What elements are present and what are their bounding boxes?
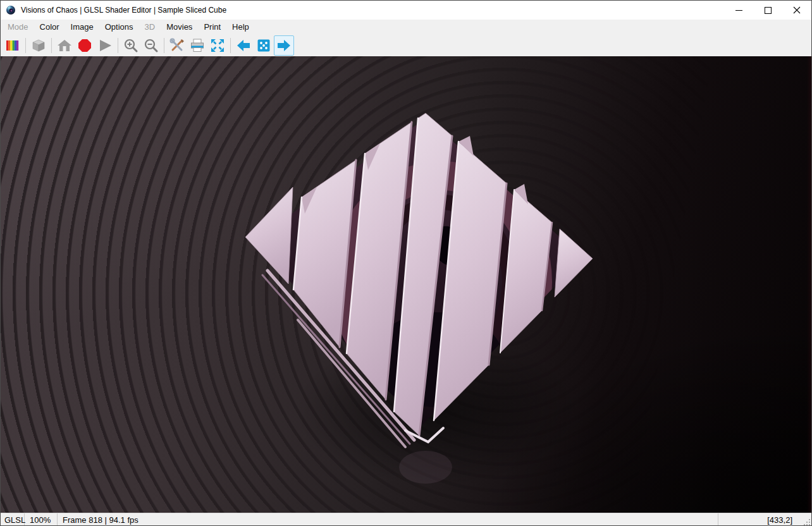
status-mode-text: GLSL (4, 515, 25, 525)
toolbar-separator (118, 38, 118, 53)
menu-print[interactable]: Print (198, 20, 226, 34)
print-preview-button[interactable] (187, 35, 207, 56)
next-shader-button[interactable] (274, 35, 294, 56)
maximize-icon (765, 7, 772, 14)
status-coordinates: [433,2] (718, 513, 800, 526)
play-icon (97, 38, 113, 53)
toolbar-separator (164, 38, 164, 53)
cube-icon (31, 38, 46, 53)
fit-to-window-icon (210, 38, 225, 53)
random-shader-button[interactable] (254, 35, 274, 56)
toolbar-separator (230, 38, 231, 53)
status-zoom-text: 100% (30, 515, 51, 525)
status-coordinates-text: [433,2] (767, 515, 792, 525)
home-icon (57, 38, 72, 53)
floor-reflection (399, 451, 452, 484)
menu-image[interactable]: Image (65, 20, 99, 34)
status-frame-info: Frame 818 | 94.1 fps (58, 513, 718, 526)
title-bar[interactable]: Visions of Chaos | GLSL Shader Editor | … (1, 1, 811, 20)
menu-movies[interactable]: Movies (161, 20, 198, 34)
resize-grip[interactable] (800, 513, 811, 526)
toolbar (1, 34, 811, 56)
window-title: Visions of Chaos | GLSL Shader Editor | … (21, 6, 226, 15)
app-logo-icon (6, 5, 16, 15)
status-zoom: 100% (25, 513, 58, 526)
cube-button[interactable] (28, 35, 49, 56)
printer-icon (190, 38, 205, 53)
status-frame-text: Frame 818 | 94.1 fps (63, 515, 138, 525)
resize-grip-icon (803, 518, 811, 526)
window-controls (724, 1, 811, 20)
arrow-left-icon (236, 38, 251, 53)
color-palette-button[interactable] (3, 35, 23, 56)
stop-button[interactable] (75, 35, 95, 56)
menu-options[interactable]: Options (99, 20, 139, 34)
tools-button[interactable] (167, 35, 187, 56)
menu-3d: 3D (139, 20, 161, 34)
toolbar-separator (51, 38, 52, 53)
close-button[interactable] (782, 1, 811, 20)
sliced-cube-object (1, 56, 812, 513)
previous-shader-button[interactable] (233, 35, 254, 56)
zoom-out-icon (144, 38, 159, 53)
arrow-right-icon (276, 38, 292, 53)
app-window: Visions of Chaos | GLSL Shader Editor | … (0, 0, 812, 526)
stop-icon (77, 38, 92, 53)
cube-slices (245, 113, 593, 436)
tools-icon (169, 38, 185, 53)
maximize-button[interactable] (753, 1, 782, 20)
minimize-icon (735, 10, 742, 11)
menu-mode: Mode (2, 20, 34, 34)
status-bar: GLSL 100% Frame 818 | 94.1 fps [433,2] (1, 513, 811, 526)
play-button[interactable] (95, 35, 115, 56)
zoom-in-icon (123, 38, 138, 53)
status-mode: GLSL (1, 513, 25, 526)
dice-icon (256, 38, 271, 53)
zoom-out-button[interactable] (141, 35, 161, 56)
menu-bar: Mode Color Image Options 3D Movies Print… (1, 20, 811, 34)
color-palette-icon (5, 38, 20, 53)
home-button[interactable] (54, 35, 75, 56)
toolbar-separator (25, 38, 26, 53)
zoom-in-button[interactable] (121, 35, 141, 56)
menu-help[interactable]: Help (226, 20, 255, 34)
minimize-button[interactable] (724, 1, 753, 20)
close-icon (793, 6, 801, 14)
fit-to-window-button[interactable] (207, 35, 228, 56)
shader-viewport[interactable] (1, 56, 812, 513)
menu-color[interactable]: Color (34, 20, 65, 34)
